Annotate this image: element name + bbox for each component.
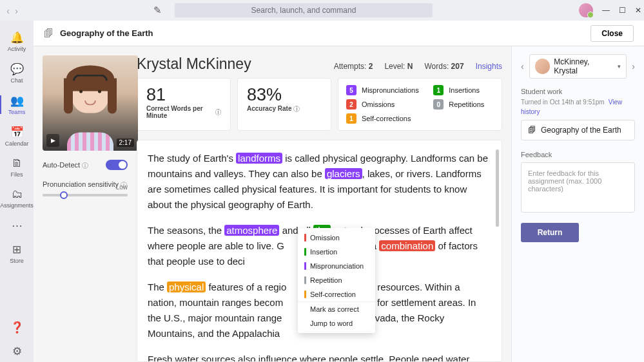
wpm-value: 81 <box>146 85 221 105</box>
slider-thumb[interactable] <box>60 191 68 199</box>
rail-label: Assignments <box>0 202 34 209</box>
student-work-label: Student work <box>521 88 635 95</box>
rail-label: Calendar <box>5 140 29 147</box>
prev-student-button[interactable]: ‹ <box>521 61 524 71</box>
bell-icon: 🔔 <box>10 31 24 44</box>
right-panel: ‹ McKinney, Krystal ▾ › Student work Tur… <box>511 46 644 362</box>
word-glaciers[interactable]: glaciers <box>325 168 362 179</box>
passage-paragraph: The study of Earth's landforms is called… <box>148 151 489 213</box>
passage-paragraph: Fresh water sources also influence where… <box>148 352 489 362</box>
teams-icon: 👥 <box>10 94 24 108</box>
gear-icon: ⚙ <box>12 345 22 358</box>
insert-label: Insertions <box>449 86 484 94</box>
search-input[interactable]: Search, launch, and command <box>175 3 433 17</box>
rep-label: Repetitions <box>449 100 484 108</box>
info-icon[interactable]: i <box>293 106 300 112</box>
feedback-textarea[interactable]: Enter feedback for this assignment (max.… <box>521 162 635 213</box>
wpm-card: 81 Correct Words per Minutei <box>137 78 231 131</box>
work-attachment[interactable]: 🗐 Geography of the Earth <box>521 120 635 140</box>
words-value: 207 <box>451 62 464 71</box>
minimize-button[interactable]: — <box>602 6 610 15</box>
menu-jump[interactable]: Jump to word <box>298 316 375 330</box>
rail-files[interactable]: 🗎 Files <box>0 153 34 182</box>
student-avatar <box>535 59 551 74</box>
sensitivity-label: Pronunciation sensitivity <box>43 180 119 188</box>
rail-help[interactable]: ❓ <box>0 317 34 338</box>
close-window-button[interactable]: ✕ <box>635 6 641 15</box>
menu-repetition[interactable]: Repetition <box>298 273 375 287</box>
rail-settings[interactable]: ⚙ <box>0 341 34 362</box>
omit-count: 2 <box>346 99 356 110</box>
assignment-icon: 🗂 <box>12 188 23 201</box>
student-name: Krystal McKinney <box>137 55 251 73</box>
info-icon[interactable]: i <box>215 109 221 115</box>
close-button[interactable]: Close <box>590 25 634 42</box>
insert-count: 1 <box>433 85 444 95</box>
feedback-label: Feedback <box>521 151 635 158</box>
slider-low-label: Low <box>116 184 128 191</box>
sensitivity-slider[interactable]: Low <box>43 194 128 196</box>
rail-label: Teams <box>8 109 26 115</box>
maximize-button[interactable]: ☐ <box>619 6 626 15</box>
rep-count: 0 <box>433 99 444 110</box>
video-duration: 2:17 <box>117 138 134 147</box>
student-dropdown[interactable]: McKinney, Krystal ▾ <box>529 54 627 79</box>
word-combination[interactable]: combination <box>379 240 435 251</box>
attempts-value: 2 <box>369 62 373 71</box>
menu-omission[interactable]: Omission <box>298 231 375 245</box>
menu-mark-correct[interactable]: Mark as correct <box>298 302 375 316</box>
user-avatar[interactable] <box>579 3 593 17</box>
accuracy-card: 83% Accuracy Ratei <box>237 78 331 131</box>
app-rail: 🔔 Activity 💬 Chat 👥 Teams 📅 Calendar 🗎 F… <box>0 21 34 362</box>
rail-store[interactable]: ⊞ Store <box>0 239 34 268</box>
error-summary-card: 5 Mispronunciations 1 Insertions 2 Omiss… <box>338 78 502 131</box>
forward-icon[interactable]: › <box>15 5 18 16</box>
document-icon: 🗐 <box>44 28 54 39</box>
work-title: Geography of the Earth <box>541 126 621 135</box>
file-icon: 🗎 <box>12 157 23 170</box>
store-icon: ⊞ <box>12 243 21 256</box>
scrollbar[interactable] <box>496 149 499 227</box>
rail-more[interactable]: ⋯ <box>0 215 34 236</box>
rail-calendar[interactable]: 📅 Calendar <box>0 122 34 151</box>
play-icon[interactable]: ▶ <box>46 134 59 147</box>
compose-icon[interactable]: ✎ <box>153 5 162 16</box>
mispron-label: Mispronunciations <box>362 86 419 94</box>
rail-label: Chat <box>10 77 23 84</box>
menu-selfcorr[interactable]: Self-correction <box>298 287 375 302</box>
mispron-count: 5 <box>346 85 356 95</box>
word-context-menu: Omission Insertion Mispronunciation Repe… <box>298 228 375 333</box>
word-physical[interactable]: physical <box>167 281 206 292</box>
chevron-down-icon: ▾ <box>618 63 621 70</box>
page-header: 🗐 Geography of the Earth Close <box>34 21 644 46</box>
page-title: Geography of the Earth <box>60 28 153 38</box>
menu-insertion[interactable]: Insertion <box>298 245 375 259</box>
rail-assignments[interactable]: 🗂 Assignments <box>0 184 34 213</box>
word-atmosphere[interactable]: atmosphere <box>224 225 279 236</box>
autodetect-label: Auto-Detect <box>43 161 80 169</box>
video-thumbnail[interactable]: ▶ 2:17 <box>43 55 138 151</box>
menu-mispron[interactable]: Mispronunciation <box>298 259 375 273</box>
calendar-icon: 📅 <box>10 126 24 139</box>
return-button[interactable]: Return <box>521 223 579 242</box>
document-icon: 🗐 <box>528 126 536 135</box>
insights-link[interactable]: Insights <box>476 62 502 71</box>
words-label: Words: <box>424 62 449 71</box>
accuracy-value: 83% <box>247 85 322 105</box>
rail-activity[interactable]: 🔔 Activity <box>0 27 34 56</box>
left-column: ▶ 2:17 Auto-Detecti Pronunciation sensit… <box>34 46 137 362</box>
next-student-button[interactable]: › <box>632 61 635 71</box>
rail-chat[interactable]: 💬 Chat <box>0 59 34 88</box>
word-landforms[interactable]: landforms <box>236 153 282 164</box>
rail-teams[interactable]: 👥 Teams <box>0 90 34 119</box>
level-value: N <box>407 62 413 71</box>
rail-label: Store <box>10 258 24 264</box>
selfcorr-label: Self-corrections <box>362 115 419 122</box>
title-bar: ‹ › ✎ Search, launch, and command — ☐ ✕ <box>0 0 644 21</box>
selfcorr-count: 1 <box>346 113 356 124</box>
back-icon[interactable]: ‹ <box>6 5 10 16</box>
info-icon[interactable]: i <box>82 162 88 169</box>
accuracy-label: Accuracy Rate <box>247 105 291 112</box>
help-icon: ❓ <box>10 321 24 334</box>
autodetect-toggle[interactable] <box>106 160 128 170</box>
